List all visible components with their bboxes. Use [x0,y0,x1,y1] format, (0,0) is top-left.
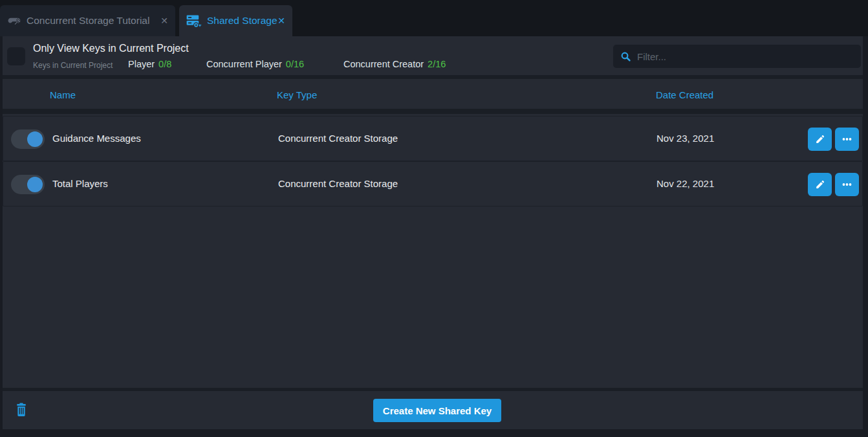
only-view-keys-label: Only View Keys in Current Project [33,43,189,54]
gamepad-icon [7,14,21,28]
stat-value: 0/8 [158,59,171,69]
tab-shared-storage[interactable]: Shared Storage ✕ [179,5,292,36]
tab-label: Concurrent Storage Tutorial [27,15,149,27]
close-icon[interactable]: ✕ [160,16,168,25]
close-icon[interactable]: ✕ [277,16,285,25]
shared-storage-icon [186,13,202,29]
keys-scope-label: Keys in Current Project [33,61,113,70]
key-name: Total Players [52,178,108,189]
tab-concurrent-storage-tutorial[interactable]: Concurrent Storage Tutorial ✕ [0,5,175,36]
column-header-name[interactable]: Name [50,89,76,100]
shared-storage-panel [3,36,863,429]
key-name: Guidance Messages [52,133,141,144]
stat-concurrent-creator: Concurrent Creator2/16 [343,59,446,69]
key-type: Concurrent Creator Storage [278,178,398,189]
stat-value: 2/16 [428,59,446,69]
more-options-button[interactable] [835,173,859,196]
edit-key-button[interactable] [808,173,832,196]
stat-label: Concurrent Creator [343,59,424,69]
tab-bar: Concurrent Storage Tutorial ✕ Shared Sto… [0,0,868,36]
ellipsis-icon [841,179,853,190]
stat-value: 0/16 [286,59,304,69]
toggle-knob [27,131,43,147]
key-type: Concurrent Creator Storage [278,133,398,144]
column-header-key-type[interactable]: Key Type [277,89,317,100]
key-enabled-toggle[interactable] [11,175,45,194]
key-date-created: Nov 22, 2021 [656,178,714,189]
delete-key-button[interactable] [14,402,29,419]
tab-label: Shared Storage [207,15,277,27]
divider [3,109,863,114]
stat-label: Concurrent Player [206,59,282,69]
key-enabled-toggle[interactable] [11,129,45,149]
pencil-icon [815,179,825,190]
table-row: Guidance Messages Concurrent Creator Sto… [3,116,863,161]
pencil-icon [815,134,825,144]
edit-key-button[interactable] [808,128,832,151]
filter-input[interactable] [637,51,856,62]
create-new-shared-key-button[interactable]: Create New Shared Key [373,399,501,422]
trash-icon [15,402,28,418]
filter-box [613,45,861,68]
key-date-created: Nov 23, 2021 [656,133,714,144]
search-icon [620,51,631,62]
table-row: Total Players Concurrent Creator Storage… [3,161,863,207]
stat-player: Player0/8 [128,59,171,69]
stat-label: Player [128,59,155,69]
stat-concurrent-player: Concurrent Player0/16 [206,59,304,69]
more-options-button[interactable] [835,128,859,151]
only-view-keys-checkbox[interactable] [7,47,25,65]
toggle-knob [27,177,43,192]
ellipsis-icon [841,134,853,144]
divider [3,75,863,79]
column-header-date-created[interactable]: Date Created [656,89,713,100]
